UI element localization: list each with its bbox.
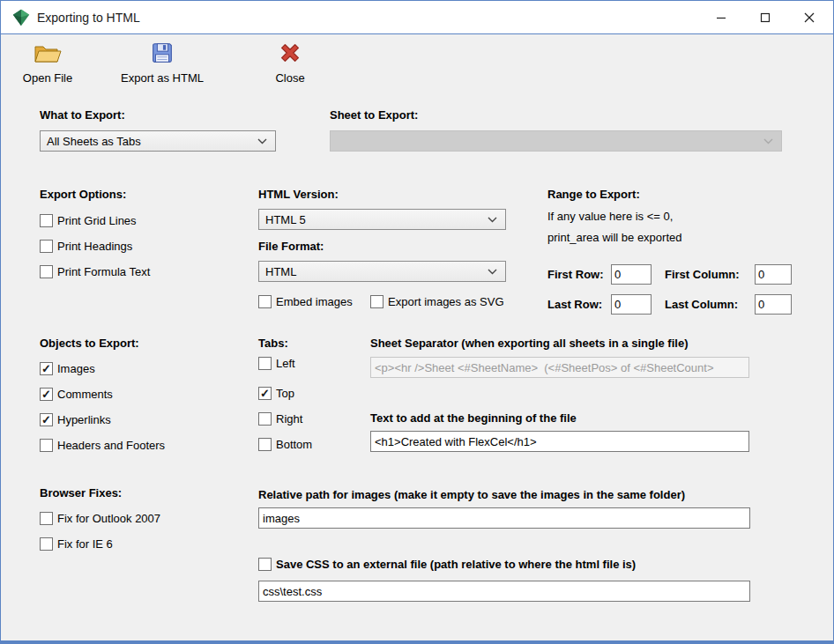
checkbox-box-icon xyxy=(40,362,53,375)
checkbox-label: Left xyxy=(276,357,295,370)
checkbox-label: Bottom xyxy=(276,438,312,451)
checkbox-label: Images xyxy=(57,362,95,375)
checkbox-label: Hyperlinks xyxy=(57,413,111,426)
maximize-button[interactable] xyxy=(743,1,787,33)
checkbox-label: Export images as SVG xyxy=(388,295,504,308)
first-column-input[interactable] xyxy=(755,264,792,285)
checkbox-box-icon xyxy=(258,295,272,308)
first-column-label: First Column: xyxy=(665,268,740,281)
checkbox-box-icon xyxy=(258,558,272,571)
checkbox-label: Comments xyxy=(57,388,113,401)
checkbox-box-icon xyxy=(40,537,53,551)
checkbox-box-icon xyxy=(258,438,272,451)
last-row-input[interactable] xyxy=(611,294,652,315)
save-css-checkbox[interactable]: Save CSS to an external file (path relat… xyxy=(258,558,636,571)
last-column-input[interactable] xyxy=(755,294,792,315)
fix-ie6-checkbox[interactable]: Fix for IE 6 xyxy=(40,537,113,551)
file-format-value: HTML xyxy=(265,265,296,278)
export-as-html-label: Export as HTML xyxy=(121,71,204,85)
toolbar: Open File Export as HTML Cl xyxy=(2,35,834,93)
last-row-label: Last Row: xyxy=(547,298,602,311)
embed-images-checkbox[interactable]: Embed images xyxy=(258,295,353,308)
hyperlinks-checkbox[interactable]: Hyperlinks xyxy=(40,413,111,426)
checkbox-box-icon xyxy=(258,412,272,426)
relative-path-input[interactable] xyxy=(258,507,750,529)
open-file-button[interactable]: Open File xyxy=(15,40,80,85)
beginning-text-label: Text to add at the beginning of the file xyxy=(370,411,577,425)
checkbox-label: Print Formula Text xyxy=(57,265,150,278)
file-format-label: File Format: xyxy=(258,240,324,253)
fix-outlook-2007-checkbox[interactable]: Fix for Outlook 2007 xyxy=(40,512,160,525)
close-button[interactable] xyxy=(787,1,831,33)
file-format-select[interactable]: HTML xyxy=(258,261,506,282)
open-folder-icon xyxy=(33,40,63,69)
headers-and-footers-checkbox[interactable]: Headers and Footers xyxy=(40,439,165,452)
checkbox-label: Top xyxy=(276,387,294,400)
tab-top-checkbox[interactable]: Top xyxy=(258,387,294,400)
sheet-to-export-select xyxy=(330,130,782,152)
chevron-down-icon xyxy=(257,138,267,144)
sheet-separator-input xyxy=(370,357,749,378)
html-version-select[interactable]: HTML 5 xyxy=(258,209,506,230)
images-checkbox[interactable]: Images xyxy=(40,362,95,375)
open-file-label: Open File xyxy=(23,71,72,85)
export-images-as-svg-checkbox[interactable]: Export images as SVG xyxy=(370,295,504,308)
titlebar: Exporting to HTML xyxy=(1,1,833,34)
save-css-path-input[interactable] xyxy=(258,581,750,602)
range-to-export-label: Range to Export: xyxy=(547,188,640,201)
html-version-label: HTML Version: xyxy=(258,188,339,201)
chevron-down-icon xyxy=(488,269,497,275)
checkbox-box-icon xyxy=(370,295,383,308)
checkbox-box-icon xyxy=(40,512,53,525)
checkbox-label: Save CSS to an external file (path relat… xyxy=(276,558,636,571)
what-to-export-value: All Sheets as Tabs xyxy=(47,135,141,148)
last-column-label: Last Column: xyxy=(665,298,738,311)
beginning-text-input[interactable] xyxy=(370,431,749,452)
what-to-export-label: What to Export: xyxy=(40,108,125,122)
close-toolbar-button[interactable]: Close xyxy=(257,40,324,85)
range-note-line2: print_area will be exported xyxy=(547,231,681,244)
tab-left-checkbox[interactable]: Left xyxy=(258,357,295,370)
what-to-export-select[interactable]: All Sheets as Tabs xyxy=(40,130,276,152)
first-row-label: First Row: xyxy=(547,268,604,281)
checkbox-box-icon xyxy=(40,439,53,452)
sheet-separator-label: Sheet Separator (when exporting all shee… xyxy=(370,337,688,350)
window-controls xyxy=(699,1,831,33)
checkbox-label: Fix for Outlook 2007 xyxy=(57,512,160,525)
close-toolbar-label: Close xyxy=(275,71,304,85)
print-headings-checkbox[interactable]: Print Headings xyxy=(40,240,132,253)
checkbox-box-icon xyxy=(40,214,53,227)
print-grid-lines-checkbox[interactable]: Print Grid Lines xyxy=(40,214,137,227)
export-dialog-window: Exporting to HTML xyxy=(0,0,834,644)
range-note-line1: If any value here is <= 0, xyxy=(547,210,673,223)
floppy-disk-icon xyxy=(149,40,175,69)
red-x-icon xyxy=(277,40,303,69)
chevron-down-icon xyxy=(488,217,497,223)
browser-fixes-label: Browser Fixes: xyxy=(40,486,122,500)
comments-checkbox[interactable]: Comments xyxy=(40,388,113,401)
window-title: Exporting to HTML xyxy=(37,11,140,25)
app-gem-icon xyxy=(12,9,30,26)
chevron-down-icon xyxy=(763,138,773,144)
html-version-value: HTML 5 xyxy=(265,213,306,226)
first-row-input[interactable] xyxy=(611,264,652,285)
tabs-label: Tabs: xyxy=(258,337,288,350)
objects-to-export-label: Objects to Export: xyxy=(40,337,139,350)
checkbox-label: Right xyxy=(276,412,302,426)
checkbox-box-icon xyxy=(40,240,53,253)
checkbox-box-icon xyxy=(258,387,272,400)
checkbox-label: Headers and Footers xyxy=(57,439,165,452)
minimize-button[interactable] xyxy=(699,1,743,33)
checkbox-label: Embed images xyxy=(276,295,353,308)
checkbox-box-icon xyxy=(40,388,53,401)
print-formula-text-checkbox[interactable]: Print Formula Text xyxy=(40,265,150,278)
export-as-html-button[interactable]: Export as HTML xyxy=(116,40,208,85)
checkbox-label: Fix for IE 6 xyxy=(57,537,113,551)
checkbox-label: Print Grid Lines xyxy=(57,214,137,227)
export-options-label: Export Options: xyxy=(40,188,126,201)
checkbox-box-icon xyxy=(258,357,272,370)
checkbox-label: Print Headings xyxy=(57,240,132,253)
sheet-to-export-label: Sheet to Export: xyxy=(330,108,418,122)
tab-right-checkbox[interactable]: Right xyxy=(258,412,302,426)
tab-bottom-checkbox[interactable]: Bottom xyxy=(258,438,312,451)
